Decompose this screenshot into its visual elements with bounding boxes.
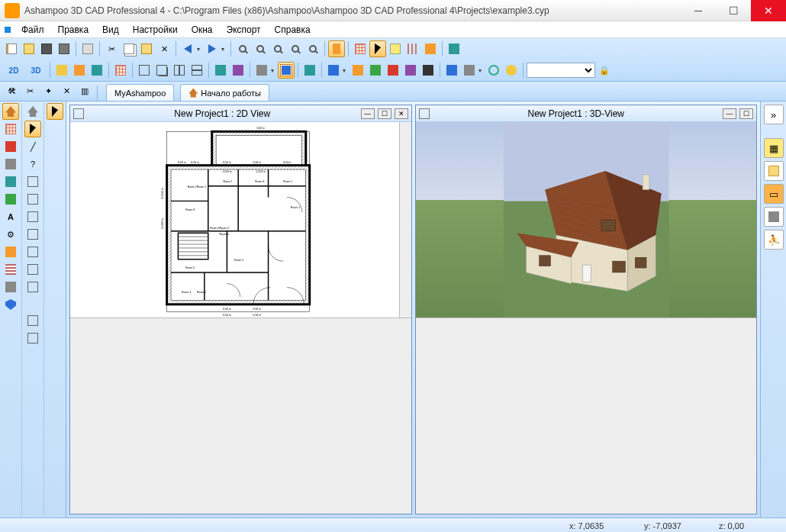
select-button[interactable] — [369, 40, 386, 57]
vt2-house-icon[interactable] — [24, 103, 41, 120]
tb2-btn-o[interactable] — [443, 62, 460, 79]
2d-button[interactable]: 2D — [3, 62, 24, 79]
vt2-btn-13[interactable] — [24, 330, 41, 347]
floor-combo[interactable] — [527, 63, 595, 78]
wand-icon[interactable]: ✦ — [40, 82, 56, 99]
vt1-grid-icon[interactable] — [2, 121, 19, 137]
maximize-button[interactable]: ☐ — [716, 0, 751, 21]
tb2-btn-i[interactable] — [301, 62, 318, 79]
tb2-btn-f[interactable] — [230, 62, 246, 79]
tb2-btn-l[interactable] — [385, 62, 401, 79]
vt1-shield-icon[interactable] — [2, 296, 19, 313]
zoom-select-button[interactable] — [304, 40, 321, 57]
zoom-in-button[interactable] — [252, 40, 269, 57]
pane-close-button[interactable]: ✕ — [395, 108, 408, 119]
grid-button[interactable] — [352, 40, 369, 57]
menu-file[interactable]: Файл — [15, 23, 50, 37]
tab-myashampoo[interactable]: MyAshampoo — [106, 84, 174, 101]
tb2-btn-a[interactable] — [53, 62, 70, 79]
zoom-button[interactable] — [234, 40, 251, 57]
cut-button[interactable]: ✂ — [103, 40, 120, 57]
close-button[interactable]: ✕ — [751, 0, 786, 21]
tb2-btn-p[interactable] — [461, 62, 478, 79]
pane-minimize-button[interactable]: — — [361, 108, 375, 119]
rs-materials-icon[interactable]: ▭ — [764, 184, 784, 204]
vt3-cursor-icon[interactable] — [47, 103, 63, 120]
tb2-btn-q[interactable] — [485, 62, 502, 79]
view-2d-scroll-h[interactable] — [70, 318, 411, 514]
pane-maximize-button[interactable]: ☐ — [378, 108, 391, 119]
zoom-out-button[interactable] — [269, 40, 286, 57]
vt2-btn-11[interactable] — [24, 279, 41, 295]
close-tab-icon[interactable]: ✕ — [58, 82, 75, 99]
menu-edit[interactable]: Правка — [52, 23, 95, 37]
minimize-button[interactable]: ─ — [681, 0, 716, 21]
view-2d-canvas[interactable]: 0,50 m 0,50 m 0,50 m 0,50 m 0,50 m 0,50 … — [70, 122, 411, 318]
window-cascade-button[interactable] — [153, 62, 170, 79]
vt1-gear-icon[interactable]: ⚙ — [2, 226, 19, 243]
vt1-wall-icon[interactable] — [2, 138, 19, 155]
guides-button[interactable] — [404, 40, 421, 57]
list-icon[interactable]: ▥ — [76, 82, 93, 99]
vt2-help-icon[interactable]: ? — [24, 156, 41, 172]
tab-start[interactable]: Начало работы — [180, 84, 269, 101]
new-button[interactable] — [3, 40, 20, 57]
tb2-btn-h[interactable] — [278, 62, 295, 79]
menu-export[interactable]: Экспорт — [221, 23, 267, 37]
window-split-h-button[interactable] — [171, 62, 188, 79]
rs-expand-icon[interactable]: » — [764, 105, 784, 124]
rs-catalog-icon[interactable]: ▦ — [764, 138, 784, 158]
vt2-btn-9[interactable] — [24, 243, 41, 260]
vt2-select-icon[interactable] — [24, 121, 41, 137]
tb2-btn-m[interactable] — [402, 62, 419, 79]
cut-tool-icon[interactable]: ✂ — [21, 82, 38, 99]
vt2-btn-10[interactable] — [24, 261, 41, 278]
mode-edit-button[interactable] — [328, 40, 345, 57]
tb2-btn-r[interactable] — [503, 62, 520, 79]
vt1-btn-10[interactable] — [2, 261, 19, 278]
pane-maximize-button[interactable]: ☐ — [739, 108, 753, 119]
undo-button[interactable] — [179, 40, 196, 57]
vt2-btn-7[interactable] — [24, 208, 41, 225]
3d-button[interactable]: 3D — [25, 62, 47, 79]
tb2-btn-d[interactable] — [112, 62, 129, 79]
pane-minimize-button[interactable]: — — [723, 108, 736, 119]
window-split-v-button[interactable] — [188, 62, 205, 79]
view-3d-canvas[interactable] — [416, 122, 757, 318]
vt1-text-icon[interactable]: A — [2, 208, 19, 225]
tools-icon[interactable]: 🛠 — [3, 82, 20, 99]
window-tile-button[interactable] — [136, 62, 153, 79]
rs-person-icon[interactable]: ⛹ — [764, 230, 784, 250]
layers-button[interactable] — [446, 40, 462, 57]
tb2-btn-c[interactable] — [89, 62, 105, 79]
save-as-button[interactable] — [56, 40, 72, 57]
vt1-btn-6[interactable] — [2, 191, 19, 208]
vt1-btn-9[interactable] — [2, 243, 19, 260]
vt2-btn-5[interactable] — [24, 173, 41, 190]
vt1-btn-5[interactable] — [2, 173, 19, 190]
vt2-btn-12[interactable] — [24, 312, 41, 329]
vt1-group-icon[interactable] — [2, 103, 19, 120]
delete-button[interactable]: ✕ — [156, 40, 172, 57]
print-button[interactable] — [79, 40, 96, 57]
menu-view[interactable]: Вид — [96, 23, 125, 37]
rs-btn-4[interactable] — [764, 207, 784, 227]
tb2-btn-b[interactable] — [71, 62, 88, 79]
save-button[interactable] — [38, 40, 55, 57]
tb2-btn-j[interactable] — [350, 62, 366, 79]
view-2d-scroll-v[interactable] — [399, 122, 411, 318]
menu-help[interactable]: Справка — [269, 23, 317, 37]
open-button[interactable] — [21, 40, 37, 57]
tb2-btn-e[interactable] — [212, 62, 229, 79]
tb2-btn-n[interactable] — [420, 62, 436, 79]
zoom-fit-button[interactable] — [287, 40, 304, 57]
snap-button[interactable] — [422, 40, 439, 57]
copy-button[interactable] — [121, 40, 137, 57]
tb2-color-button[interactable] — [325, 62, 342, 79]
paste-button[interactable] — [138, 40, 155, 57]
view-3d-scroll-h[interactable] — [416, 318, 757, 514]
tb2-btn-g[interactable] — [253, 62, 270, 79]
ruler-button[interactable] — [387, 40, 404, 57]
menu-windows[interactable]: Окна — [185, 23, 219, 37]
redo-button[interactable] — [204, 40, 221, 57]
